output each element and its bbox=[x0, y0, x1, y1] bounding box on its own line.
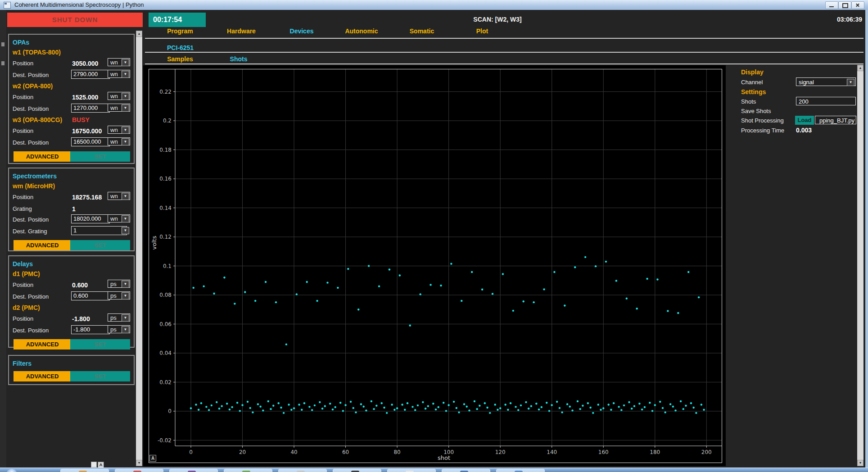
wm-dest-grating-row: Dest. Grating 1 ▼ bbox=[13, 226, 130, 237]
d1-dest-input[interactable]: 0.600 bbox=[71, 291, 110, 300]
w1-dest-input[interactable]: 2790.000 bbox=[71, 70, 110, 79]
chevron-down-icon[interactable]: ▼ bbox=[122, 71, 129, 78]
chevron-down-icon[interactable]: ▼ bbox=[122, 281, 129, 288]
tab-autonomic[interactable]: Autonomic bbox=[345, 27, 378, 35]
chevron-down-icon[interactable]: ▼ bbox=[122, 292, 129, 300]
spectrometers-set-button[interactable]: SET bbox=[70, 240, 130, 250]
shots-input[interactable]: 200 bbox=[796, 97, 856, 105]
wm-dest-position-row: Dest. Position 18020.000 wn▼ bbox=[13, 214, 130, 226]
tab-hardware[interactable]: Hardware bbox=[227, 27, 256, 35]
tab-shots[interactable]: Shots bbox=[230, 55, 248, 63]
taskbar-app-button[interactable] bbox=[224, 469, 272, 472]
tab-somatic[interactable]: Somatic bbox=[410, 27, 434, 35]
svg-text:160: 160 bbox=[598, 449, 609, 455]
svg-text:80: 80 bbox=[393, 449, 400, 455]
main-scrollbar[interactable]: ▲ ▼ bbox=[857, 65, 863, 466]
sidebar-scrollbar[interactable]: ▲ ▼ bbox=[136, 31, 142, 466]
app-window: SHUT DOWN 00:17:54 SCAN: [W2, W3] 03:06:… bbox=[0, 10, 868, 467]
wm-grating-value: 1 bbox=[72, 204, 113, 214]
close-button[interactable] bbox=[851, 1, 864, 9]
chevron-down-icon[interactable]: ▼ bbox=[122, 127, 129, 134]
w2-position-units-dropdown[interactable]: wn▼ bbox=[108, 92, 130, 100]
delays-set-button[interactable]: SET bbox=[70, 339, 130, 349]
scroll-down-icon[interactable]: ▼ bbox=[136, 460, 142, 466]
taskbar-app-button[interactable] bbox=[496, 469, 545, 472]
scroll-down-icon[interactable]: ▼ bbox=[857, 460, 863, 466]
w3-position-units-dropdown[interactable]: wn▼ bbox=[108, 126, 130, 134]
chevron-down-icon[interactable]: ▼ bbox=[122, 59, 129, 66]
taskbar-app-button[interactable] bbox=[169, 469, 218, 472]
taskbar-app-button[interactable] bbox=[333, 469, 381, 472]
d2-dest-units-dropdown[interactable]: ps▼ bbox=[108, 325, 130, 333]
processing-file-input[interactable]: pping_BJT.py bbox=[815, 116, 856, 124]
w1-dest-units-dropdown[interactable]: wn▼ bbox=[108, 70, 130, 78]
maximize-button[interactable] bbox=[838, 1, 851, 9]
wm-dest-grating-dropdown[interactable]: 1 bbox=[71, 226, 127, 235]
channel-dropdown[interactable]: signal▼ bbox=[796, 77, 856, 86]
d1-position-value: 0.600 bbox=[72, 280, 113, 290]
d1-position-units-dropdown[interactable]: ps▼ bbox=[108, 280, 130, 288]
delays-advanced-button[interactable]: ADVANCED bbox=[14, 339, 71, 349]
w3-dest-input[interactable]: 16500.000 bbox=[71, 137, 110, 146]
autoscale-button[interactable]: A bbox=[149, 455, 156, 462]
taskbar-app-button[interactable] bbox=[115, 469, 163, 472]
svg-text:40: 40 bbox=[290, 449, 297, 455]
opas-set-button[interactable]: SET bbox=[70, 151, 130, 162]
svg-text:0: 0 bbox=[189, 449, 193, 455]
svg-text:0.12: 0.12 bbox=[159, 234, 172, 240]
w2-dest-units-dropdown[interactable]: wn▼ bbox=[108, 104, 130, 112]
tab-samples[interactable]: Samples bbox=[167, 55, 193, 63]
opas-advanced-button[interactable]: ADVANCED bbox=[14, 151, 71, 162]
d2-dest-input[interactable]: -1.800 bbox=[71, 325, 110, 334]
autoscale-mini-icon[interactable]: A bbox=[98, 462, 104, 468]
d1-dest-units-dropdown[interactable]: ps▼ bbox=[108, 291, 130, 300]
plot-frame[interactable]: 0.220.20.180.160.140.120.10.080.060.040.… bbox=[149, 69, 722, 463]
scatter-chart[interactable]: 0.220.20.180.160.140.120.10.080.060.040.… bbox=[149, 69, 722, 463]
w1-position-units-dropdown[interactable]: wn▼ bbox=[108, 58, 130, 66]
tabs-underline bbox=[145, 38, 863, 39]
taskbar[interactable] bbox=[0, 467, 868, 472]
chevron-down-icon[interactable]: ▼ bbox=[847, 79, 854, 86]
w2-dest-input[interactable]: 1270.000 bbox=[71, 104, 110, 113]
wm-dest-position-input[interactable]: 18020.000 bbox=[71, 214, 110, 223]
svg-text:0.18: 0.18 bbox=[159, 147, 172, 153]
wm-dest-units-dropdown[interactable]: wn▼ bbox=[108, 214, 130, 222]
dock-edge-strip bbox=[0, 10, 6, 467]
minimize-button[interactable] bbox=[825, 1, 838, 9]
tab-plot[interactable]: Plot bbox=[476, 27, 488, 35]
wm-position-units-dropdown[interactable]: wn▼ bbox=[108, 192, 130, 200]
taskbar-app-button[interactable] bbox=[442, 469, 490, 472]
tab-program[interactable]: Program bbox=[167, 27, 193, 35]
chevron-down-icon[interactable]: ▼ bbox=[122, 314, 129, 322]
save-shots-label: Save Shots bbox=[741, 108, 771, 114]
chevron-down-icon[interactable]: ▼ bbox=[122, 104, 129, 112]
shots-label: Shots bbox=[741, 98, 756, 105]
chevron-down-icon[interactable]: ▼ bbox=[122, 138, 129, 145]
grating-label: Grating bbox=[13, 205, 32, 212]
svg-text:200: 200 bbox=[701, 449, 712, 455]
d1-name: d1 (PMC) bbox=[13, 269, 130, 279]
dock-grip bbox=[1, 42, 5, 46]
position-label: Position bbox=[13, 60, 33, 67]
start-button[interactable] bbox=[6, 469, 17, 472]
tab-pci-6251[interactable]: PCI-6251 bbox=[167, 44, 194, 51]
chevron-down-icon[interactable]: ▼ bbox=[122, 227, 129, 234]
chevron-down-icon[interactable]: ▼ bbox=[122, 193, 129, 200]
taskbar-app-button[interactable] bbox=[60, 469, 109, 472]
load-button[interactable]: Load bbox=[795, 116, 814, 125]
taskbar-app-button[interactable] bbox=[387, 469, 436, 472]
chevron-down-icon[interactable]: ▼ bbox=[122, 93, 129, 100]
chevron-down-icon[interactable]: ▼ bbox=[122, 215, 129, 222]
w3-dest-units-dropdown[interactable]: wn▼ bbox=[108, 137, 130, 145]
filters-set-button[interactable]: SET bbox=[70, 371, 130, 381]
chevron-down-icon[interactable]: ▼ bbox=[122, 326, 129, 333]
spectrometers-advanced-button[interactable]: ADVANCED bbox=[14, 240, 71, 250]
filters-advanced-button[interactable]: ADVANCED bbox=[14, 371, 71, 381]
scroll-up-icon[interactable]: ▲ bbox=[136, 31, 142, 37]
tab-devices[interactable]: Devices bbox=[290, 27, 314, 35]
wm-grating-row: Grating 1 bbox=[13, 203, 130, 214]
taskbar-app-button[interactable] bbox=[278, 469, 327, 472]
d2-position-units-dropdown[interactable]: ps▼ bbox=[108, 313, 130, 322]
shutdown-button[interactable]: SHUT DOWN bbox=[7, 13, 143, 27]
scroll-up-icon[interactable]: ▲ bbox=[857, 65, 863, 71]
